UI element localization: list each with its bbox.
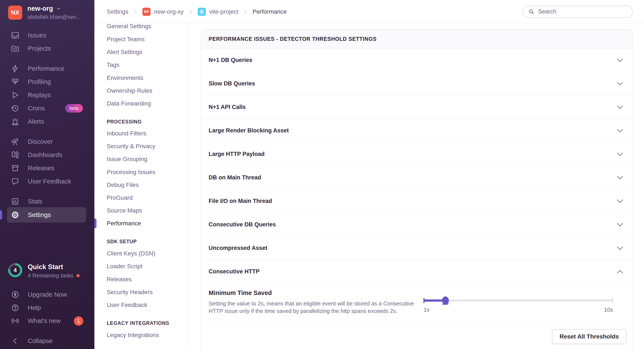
settings-nav-client-keys[interactable]: Client Keys (DSN): [94, 247, 187, 260]
chevron-right-icon: [243, 9, 248, 14]
siren-icon: [11, 117, 20, 126]
bar-chart-icon: [11, 197, 20, 206]
broadcast-icon: [11, 316, 20, 325]
quick-start-progress-ring: 4: [8, 263, 22, 277]
breadcrumb-settings[interactable]: Settings: [107, 8, 128, 15]
org-badge: NX: [142, 8, 150, 16]
sidebar-item-dashboards[interactable]: Dashboards: [0, 148, 94, 162]
settings-nav-general-settings[interactable]: General Settings: [94, 20, 187, 33]
org-switcher[interactable]: NX new-org abdullah.khan@sen…: [8, 5, 82, 20]
sidebar-item-user-feedback[interactable]: User Feedback: [0, 175, 94, 188]
org-avatar: NX: [8, 6, 22, 20]
sidebar-item-projects[interactable]: Projects: [0, 42, 94, 55]
settings-nav-proguard[interactable]: ProGuard: [94, 191, 187, 204]
main-content: PERFORMANCE ISSUES - DETECTOR THRESHOLD …: [187, 24, 644, 349]
sidebar-item-releases[interactable]: Releases: [0, 162, 94, 175]
chevron-down-icon: [616, 246, 623, 250]
settings-nav-environments[interactable]: Environments: [94, 72, 187, 84]
settings-nav-ownership-rules[interactable]: Ownership Rules: [94, 84, 187, 97]
chevron-down-icon: [616, 176, 623, 180]
inbox-icon: [11, 31, 20, 40]
slider-thumb[interactable]: [442, 296, 449, 304]
profiling-icon: [11, 77, 20, 86]
sidebar-item-profiling[interactable]: Profiling: [0, 75, 94, 88]
dashboard-grid-icon: [11, 150, 20, 159]
search-icon: [528, 8, 535, 15]
sidebar-item-issues[interactable]: Issues: [0, 28, 94, 42]
accordion-row-slow-db-queries[interactable]: Slow DB Queries: [201, 72, 633, 96]
chevron-down-icon: [616, 199, 623, 203]
settings-nav-alert-settings[interactable]: Alert Settings: [94, 46, 187, 58]
sidebar-item-help[interactable]: Help: [0, 301, 94, 314]
accordion-row-n1-api-calls[interactable]: N+1 API Calls: [201, 96, 633, 119]
panel-title: PERFORMANCE ISSUES - DETECTOR THRESHOLD …: [201, 30, 633, 48]
settings-nav-loader-script[interactable]: Loader Script: [94, 260, 187, 273]
chevron-right-icon: [132, 9, 138, 14]
slider-min-label: 1s: [424, 306, 430, 313]
accordion-row-consecutive-db-queries[interactable]: Consecutive DB Queries: [201, 213, 633, 236]
telescope-icon: [11, 137, 20, 146]
sidebar-item-discover[interactable]: Discover: [0, 135, 94, 148]
panel-footer: Reset All Thresholds: [201, 323, 633, 349]
sidebar-item-settings[interactable]: Settings: [7, 207, 86, 222]
settings-nav-legacy-integrations[interactable]: Legacy Integrations: [94, 329, 187, 342]
search-input[interactable]: [538, 8, 624, 15]
sidebar-item-alerts[interactable]: Alerts: [0, 115, 94, 128]
accordion-row-n1-db-queries[interactable]: N+1 DB Queries: [201, 48, 633, 72]
breadcrumb-project[interactable]: vite-project: [198, 8, 238, 16]
accordion-row-file-io-on-main-thread[interactable]: File I/O on Main Thread: [201, 190, 633, 213]
accordion-row-large-http-payload[interactable]: Large HTTP Payload: [201, 142, 633, 166]
chevron-right-icon: [188, 9, 194, 14]
lightning-icon: [11, 64, 20, 73]
accordion-row-uncompressed-asset[interactable]: Uncompressed Asset: [201, 236, 633, 260]
chevron-down-icon: [616, 82, 623, 86]
chevron-down-icon: [56, 6, 61, 11]
chevron-up-icon: [616, 270, 623, 274]
sidebar-item-upgrade-now[interactable]: Upgrade Now: [0, 288, 94, 301]
settings-nav-project-teams[interactable]: Project Teams: [94, 33, 187, 46]
accordion-row-db-on-main-thread[interactable]: DB on Main Thread: [201, 166, 633, 190]
settings-nav-performance[interactable]: Performance: [94, 217, 187, 230]
accordion-row-large-render-blocking-asset[interactable]: Large Render Blocking Asset: [201, 119, 633, 142]
settings-nav-issue-grouping[interactable]: Issue Grouping: [94, 153, 187, 166]
breadcrumb-organization[interactable]: NX new-org-xy: [142, 8, 184, 16]
settings-nav-data-forwarding[interactable]: Data Forwarding: [94, 97, 187, 110]
quick-start-widget[interactable]: 4 Quick Start 4 Remaining tasks: [8, 263, 80, 279]
sidebar-item-stats[interactable]: Stats: [0, 195, 94, 208]
sidebar-collapse-button[interactable]: Collapse: [0, 334, 94, 348]
breadcrumb-current-page: Performance: [252, 8, 287, 15]
clock-history-icon: [11, 104, 20, 113]
settings-nav-tags[interactable]: Tags: [94, 58, 187, 71]
settings-nav-security-headers[interactable]: Security Headers: [94, 286, 187, 298]
slider-track[interactable]: [424, 300, 613, 301]
settings-nav-processing-issues[interactable]: Processing Issues: [94, 166, 187, 178]
sidebar-item-crons[interactable]: Crons beta: [0, 102, 94, 115]
org-name: new-org: [27, 5, 53, 12]
settings-nav-debug-files[interactable]: Debug Files: [94, 178, 187, 191]
gear-icon: [11, 210, 20, 219]
settings-nav-security-privacy[interactable]: Security & Privacy: [94, 140, 187, 153]
settings-nav: General Settings Project Teams Alert Set…: [94, 24, 187, 349]
question-circle-icon: [11, 303, 20, 312]
settings-nav-user-feedback[interactable]: User Feedback: [94, 298, 187, 312]
slider-max-label: 10s: [604, 306, 613, 313]
search-box[interactable]: [523, 6, 633, 18]
sidebar-item-whats-new[interactable]: What's new 1: [0, 314, 94, 328]
consecutive-http-detail: Minimum Time Saved Setting the value to …: [201, 284, 633, 323]
accordion-row-consecutive-http[interactable]: Consecutive HTTP: [201, 260, 633, 284]
active-settings-nav-indicator: [94, 218, 96, 228]
setting-label: Minimum Time Saved: [208, 290, 422, 296]
settings-nav-section-legacy-integrations: LEGACY INTEGRATIONS: [94, 318, 187, 328]
chevron-down-icon: [616, 222, 623, 227]
quick-start-title: Quick Start: [28, 263, 80, 271]
settings-nav-inbound-filters[interactable]: Inbound Filters: [94, 127, 187, 140]
chevron-left-icon: [11, 336, 20, 345]
min-time-saved-slider: 2s 1s 10s: [424, 300, 613, 313]
settings-nav-source-maps[interactable]: Source Maps: [94, 204, 187, 217]
sidebar-item-replays[interactable]: Replays: [0, 88, 94, 102]
reset-all-thresholds-button[interactable]: Reset All Thresholds: [552, 329, 626, 344]
sidebar-item-performance[interactable]: Performance: [0, 62, 94, 75]
settings-nav-releases[interactable]: Releases: [94, 273, 187, 286]
react-project-icon: [198, 8, 206, 16]
settings-nav-section-sdk-setup: SDK SETUP: [94, 236, 187, 247]
